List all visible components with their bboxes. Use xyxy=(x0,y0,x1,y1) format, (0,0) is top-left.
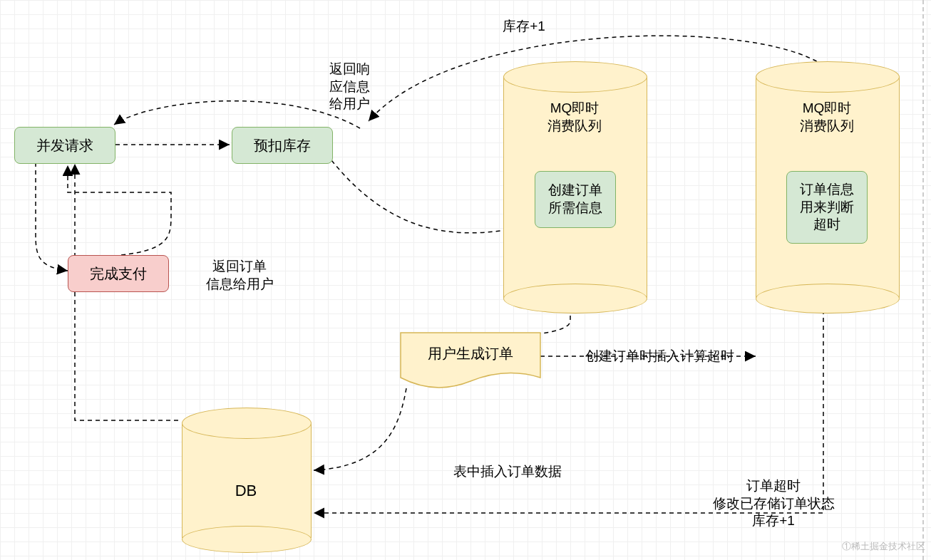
edge-label-create-order-timeout: 创建订单时插入计算超时 xyxy=(563,348,756,365)
edge-label-stock-plus-1: 库存+1 xyxy=(492,18,556,36)
db-title: DB xyxy=(182,481,310,502)
edge-label-insert-order-data: 表中插入订单数据 xyxy=(436,463,579,481)
node-label: 并发请求 xyxy=(36,136,93,155)
node-pre-deduct-stock: 预扣库存 xyxy=(232,127,333,164)
node-complete-payment: 完成支付 xyxy=(68,255,169,292)
mq2-inner-box: 订单信息 用来判断 超时 xyxy=(786,171,868,244)
right-border-dashed xyxy=(922,0,924,560)
edge-label-order-timeout-update: 订单超时 修改已存储订单状态 库存+1 xyxy=(688,477,859,530)
mq2-title: MQ即时 消费队列 xyxy=(756,100,898,135)
edge-label-return-order-info: 返回订单 信息给用户 xyxy=(197,258,282,293)
mq1-title: MQ即时 消费队列 xyxy=(503,100,646,135)
node-label: 预扣库存 xyxy=(254,136,311,155)
edge-label-return-response: 返回响 应信息 给用户 xyxy=(317,61,381,113)
diagram-canvas: 并发请求 预扣库存 完成支付 MQ即时 消费队列 创建订单 所需信息 MQ即时 … xyxy=(0,0,931,560)
node-concurrent-request: 并发请求 xyxy=(14,127,115,164)
node-label: 完成支付 xyxy=(90,264,147,284)
watermark: ①稀土掘金技术社区 xyxy=(842,540,925,553)
node-label: 用户生成订单 xyxy=(399,344,542,363)
node-user-create-order: 用户生成订单 xyxy=(399,331,542,388)
mq1-inner-box: 创建订单 所需信息 xyxy=(535,171,616,228)
